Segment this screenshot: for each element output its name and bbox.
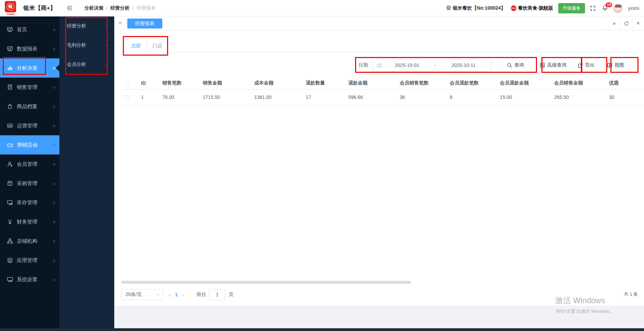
sidebar-item-label: 财务管理 — [17, 219, 53, 225]
column-header: 销售金额 — [199, 77, 251, 89]
breadcrumb-separator: / — [106, 5, 108, 11]
breadcrumb-item[interactable]: 分析决策 — [84, 5, 104, 11]
next-page-button[interactable]: › — [183, 292, 184, 298]
expand-arrows-icon: » — [53, 142, 55, 148]
sidebar-item-label: 分析决策 — [17, 65, 52, 71]
tab-headquarters[interactable]: 总部 — [125, 39, 147, 53]
expand-arrows-icon: » — [53, 277, 55, 282]
sidebar-item-data-report[interactable]: 数据报表» — [0, 39, 59, 58]
sidebar-item-system-settings[interactable]: 系统设置» — [0, 270, 59, 289]
prev-page-button[interactable]: ‹ — [168, 292, 170, 298]
column-header: 会员销售金额 — [551, 77, 606, 89]
export-button[interactable]: 导出 — [577, 62, 595, 68]
page-unit-label: 页 — [229, 292, 234, 298]
bottom-edge-strip — [0, 328, 644, 331]
date-start-value[interactable]: 2025-10-01 — [383, 62, 431, 68]
tabs-box: 总部 门店 — [125, 38, 168, 53]
app-logo: 银 YINMI — [5, 0, 19, 16]
date-end-value[interactable]: 2025-10-11 — [440, 62, 488, 68]
menu-collapse-icon[interactable] — [67, 5, 73, 11]
query-button[interactable]: 查询 — [507, 62, 524, 68]
layers-icon — [7, 257, 13, 263]
header-right: 银米餐饮【No:100024】 PRO 餐饮美食-旗舰版 升级服务 14 yin… — [446, 3, 639, 13]
expand-arrows-icon: » — [53, 258, 55, 263]
expand-arrows-icon: » — [53, 181, 55, 186]
main-content: « 经营报表 » × 总部 门店 日期 2025-10-01 — [114, 16, 644, 306]
advanced-search-icon — [540, 62, 545, 68]
app-window: 银 YINMI 银米【商+】 分析决策/经营分析/经营报表 银米餐饮【No:10… — [0, 0, 644, 331]
page-size-select[interactable]: 20条/页 — [121, 289, 164, 300]
tabs-row: 总部 门店 — [125, 38, 639, 53]
sidebar-item-marketing-activity[interactable]: 营销活动» — [0, 135, 59, 155]
submenu-item-business-analysis[interactable]: 经营分析 — [59, 16, 114, 36]
select-all-checkbox[interactable] — [125, 81, 129, 86]
sidebar-item-purchase-mgmt[interactable]: 采购管理» — [0, 174, 59, 193]
submenu-item-label: 会员分析 — [67, 61, 86, 68]
column-header: 会员退款笔数 — [446, 77, 496, 89]
table-cell: 36 — [396, 89, 446, 105]
refresh-icon[interactable] — [620, 16, 632, 30]
table-cell: 30 — [606, 89, 644, 105]
watermark-line1: 激活 Windows — [555, 295, 614, 306]
export-icon — [577, 62, 583, 68]
collapse-panel-icon[interactable]: « — [119, 19, 122, 26]
expand-arrows-icon: » — [53, 84, 55, 90]
sidebar-item-label: 数据报表 — [17, 46, 53, 52]
sidebar-item-inventory-mgmt[interactable]: 库存管理» — [0, 193, 59, 212]
goto-page-input[interactable] — [209, 289, 225, 300]
expand-arrows-icon: » — [53, 123, 55, 128]
table-cell: 15.00 — [496, 89, 551, 105]
username[interactable]: yinmi — [628, 5, 639, 11]
sidebar-item-label: 首页 — [17, 26, 53, 33]
breadcrumb-item[interactable]: 经营分析 — [110, 5, 130, 11]
purchase-box-icon — [7, 180, 13, 186]
submenu-item-gross-profit-analysis[interactable]: 毛利分析 — [59, 36, 114, 55]
sidebar-item-analysis-decision[interactable]: 分析决策« — [0, 58, 59, 78]
breadcrumb-separator: / — [132, 5, 134, 11]
plan-name: 餐饮美食-旗舰版 — [518, 5, 553, 11]
breadcrumb-item: 经营报表 — [137, 5, 156, 11]
advanced-query-button[interactable]: 高级查询 — [540, 62, 566, 68]
column-header: 会员销售笔数 — [396, 77, 446, 89]
total-count: 共 1 条 — [624, 291, 638, 297]
chevron-down-icon — [105, 24, 109, 28]
sidebar-item-label: 系统设置 — [17, 276, 53, 283]
date-label: 日期 — [359, 62, 368, 68]
sidebar-item-label: 采购管理 — [17, 180, 53, 187]
content-topbar: « 经营报表 » × — [114, 16, 644, 30]
date-range-input[interactable]: 2025-10-01 - 2025-10-11 — [372, 59, 492, 71]
sidebar-item-label: 营销活动 — [17, 142, 53, 148]
sidebar-item-app-mgmt[interactable]: 应用管理» — [0, 251, 59, 270]
fullscreen-icon[interactable] — [590, 5, 596, 11]
sidebar-item-finance-mgmt[interactable]: 财务管理» — [0, 212, 59, 231]
avatar[interactable] — [613, 3, 623, 13]
sidebar-item-goods-archive[interactable]: 商品档案» — [0, 97, 59, 116]
expand-tabs-icon[interactable]: » — [608, 16, 620, 30]
report-chart-icon — [7, 46, 13, 52]
bar-chart-icon — [7, 65, 13, 71]
table-cell: 1381.00 — [251, 89, 302, 105]
view-button[interactable]: 视图 — [607, 62, 624, 68]
table-row[interactable]: 178.001715.501381.0017596.6636815.00265.… — [121, 89, 644, 105]
current-page[interactable]: 1 — [175, 292, 178, 297]
upgrade-service-button[interactable]: 升级服务 — [558, 3, 585, 13]
page-tab-chip[interactable]: 经营报表 — [127, 19, 162, 28]
chevron-down-icon — [105, 62, 109, 67]
sidebar-item-operation-mgmt[interactable]: AD运营管理» — [0, 116, 59, 135]
chevron-down-icon — [156, 293, 160, 297]
calendar-icon — [377, 63, 382, 68]
notification-bell[interactable]: 14 — [602, 5, 608, 12]
sidebar-item-label: 商品档案 — [17, 103, 53, 110]
close-icon[interactable]: × — [632, 16, 644, 30]
sidebar-item-store-org[interactable]: 店铺机构» — [0, 231, 59, 251]
tab-stores[interactable]: 门店 — [147, 39, 168, 53]
windows-watermark: 激活 Windows 转到“设置”以激活 Windows。 — [555, 295, 614, 315]
sidebar-item-home[interactable]: 首页» — [0, 20, 59, 39]
top-header: 银 YINMI 银米【商+】 分析决策/经营分析/经营报表 银米餐饮【No:10… — [0, 0, 644, 16]
submenu-item-member-analysis[interactable]: 会员分析 — [59, 55, 114, 74]
sidebar-item-member-mgmt[interactable]: 会员管理» — [0, 155, 59, 174]
horizontal-scrollbar[interactable] — [121, 281, 411, 284]
table-cell: 8 — [446, 89, 496, 105]
row-checkbox[interactable] — [125, 95, 129, 100]
sidebar-item-sales-mgmt[interactable]: 销售管理» — [0, 78, 59, 97]
